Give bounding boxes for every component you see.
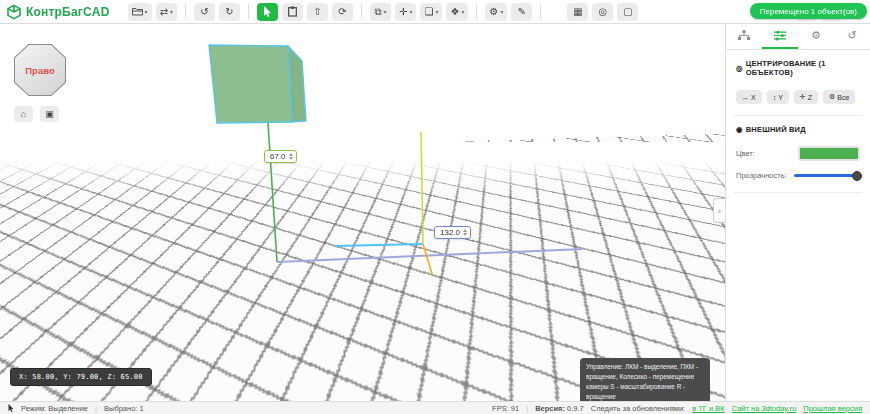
mode-status: Режим: Выделение [21,404,88,413]
settings-button[interactable]: ⚙ ▾ [485,3,507,21]
toolbar-separator [476,4,477,19]
ground-plane-wrap [0,24,725,401]
target-icon: ◎ [736,64,743,73]
distance-dimension-input[interactable]: 132.0 [434,226,471,239]
appearance-section: ◉ ВНЕШНИЙ ВИД [726,116,870,138]
stepper-icon[interactable] [463,229,467,236]
tab-properties[interactable] [762,24,798,49]
home-view-button[interactable]: ⌂ [14,106,33,122]
centering-section: ◎ ЦЕНТРИРОВАНИЕ (1 ОБЪЕКТОВ) [726,50,870,81]
sync-icon: ⟳ [338,7,346,17]
centering-title: ◎ ЦЕНТРИРОВАНИЕ (1 ОБЪЕКТОВ) [736,59,860,77]
redo-icon: ↻ [225,7,233,17]
panel-empty-space [726,193,870,203]
version-text: Версия: 0.9.7 [535,404,584,413]
tab-settings[interactable]: ⚙ [798,24,834,49]
chevron-right-icon: › [718,206,721,216]
transparency-label: Прозрачность: [736,171,787,180]
color-row: Цвет: [726,138,870,163]
paste-button[interactable] [282,3,303,21]
stepper-icon[interactable] [289,153,293,160]
panel-collapse-handle[interactable]: › [713,198,725,223]
select-tool-button[interactable] [257,3,278,21]
home-icon: ⌂ [21,109,26,119]
view-nav: ⌂ ▣ [14,106,59,122]
clipboard-icon [288,6,297,17]
app-logo: КонтрБагCAD [6,4,110,20]
toolbar: КонтрБагCAD ▾ ⇄ ▾ ↺ ↻ ⇧ ⟳ [0,0,870,24]
grid-icon: ▦ [573,7,582,17]
snap-icon: ❖ [450,7,459,17]
toast-notification: Перемещено 1 объект(ов) [750,3,867,19]
appearance-title: ◉ ВНЕШНИЙ ВИД [736,125,860,134]
previous-version-link[interactable]: Прошлая версия [803,404,862,413]
main-area: Право ⌂ ▣ 67.0 132.0 X: 58.00, Y: 79.00,… [0,24,870,401]
controls-tooltip: Управление: ЛКМ - выделение, ПКМ - враще… [580,358,710,401]
app-window: КонтрБагCAD ▾ ⇄ ▾ ↺ ↻ ⇧ ⟳ [0,0,870,414]
status-separator: | [526,404,528,413]
toolbar-separator [540,4,541,19]
fit-view-button[interactable]: ▣ [40,106,59,122]
height-dimension-input[interactable]: 67.0 [264,150,297,163]
coordinates-readout: X: 58.00, Y: 79.00, Z: 65.00 [10,368,152,386]
upload-button[interactable]: ⇧ [307,3,328,21]
social-link[interactable]: в ТГ и ВК [692,404,724,413]
measure-button[interactable]: ✎ [511,3,532,21]
gear-icon: ⚙ [829,93,835,101]
move-icon: ✛ [800,93,806,101]
history-icon: ↺ [847,29,856,42]
move-button[interactable]: ✛ ▾ [395,3,416,21]
toolbar-separator [361,4,362,19]
folder-icon [132,7,143,16]
redo-button[interactable]: ↻ [219,3,240,21]
status-right: FPS: 91 | Версия: 0.9.7 Следить за обнов… [492,404,862,413]
undo-button[interactable]: ↺ [194,3,215,21]
transparency-slider[interactable] [794,174,860,177]
color-swatch[interactable] [798,146,860,161]
toolbar-separator [248,4,249,19]
copy-icon: ⧉ [374,7,381,17]
gear-icon: ⚙ [811,29,821,42]
sitemap-icon [738,30,750,41]
slider-knob[interactable] [852,171,862,181]
box-icon: ▣ [45,109,54,119]
center-y-button[interactable]: ↕ Y [767,90,789,104]
target-icon: ◎ [599,7,608,17]
cursor-icon [8,404,14,412]
view-cube-face: Право [15,45,65,95]
sliders-icon [774,30,786,41]
sync-button[interactable]: ⟳ [332,3,353,21]
grid-toggle-button[interactable]: ▦ [567,3,588,21]
copy-button[interactable]: ⧉ ▾ [370,3,391,21]
viewport-3d[interactable]: Право ⌂ ▣ 67.0 132.0 X: 58.00, Y: 79.00,… [0,24,725,401]
undo-icon: ↺ [200,7,208,17]
origin-toggle-button[interactable]: ◎ [592,3,613,21]
open-project-button[interactable]: ▾ [128,3,152,21]
square-icon: ▢ [623,7,632,17]
site-link[interactable]: Сайт на 3dtoday.ru [732,404,797,413]
fps-counter: FPS: 91 [492,404,519,413]
import-export-button[interactable]: ⇄ ▾ [156,3,177,21]
tab-history[interactable]: ↺ [834,24,870,49]
color-label: Цвет: [736,149,755,158]
distance-value: 132.0 [440,228,460,237]
eye-icon: ◉ [736,125,743,134]
selected-count: Выбрано: 1 [104,404,144,413]
properties-panel: ⚙ ↺ ◎ ЦЕНТРИРОВАНИЕ (1 ОБЪЕКТОВ) ↔ X ↕ [725,24,870,401]
tab-scene[interactable] [726,24,762,49]
cube-logo-icon [6,4,22,20]
center-all-button[interactable]: ⚙ Все [823,90,855,104]
snap-button[interactable]: ❖ ▾ [446,3,468,21]
arrow-v-icon: ↕ [773,94,777,101]
view-cube[interactable]: Право [14,44,66,96]
panel-tabs: ⚙ ↺ [726,24,870,50]
status-bar: Режим: Выделение | Выбрано: 1 FPS: 91 | … [0,401,870,414]
frame-toggle-button[interactable]: ▢ [617,3,638,21]
center-x-button[interactable]: ↔ X [736,90,762,104]
clone-button[interactable]: ❏ ▾ [420,3,442,21]
view-cube-label: Право [25,65,54,76]
follow-label: Следить за обновлениями: [591,404,685,413]
center-z-button[interactable]: ✛ Z [794,90,818,104]
centering-buttons: ↔ X ↕ Y ✛ Z ⚙ Все [726,81,870,115]
clone-icon: ❏ [424,7,433,17]
